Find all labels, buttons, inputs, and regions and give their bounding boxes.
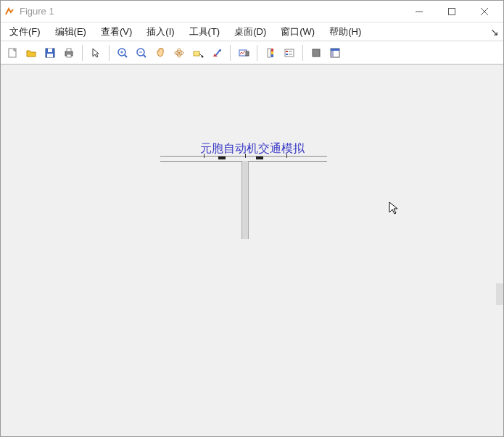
svg-rect-29: [271, 51, 273, 54]
svg-rect-27: [268, 49, 270, 57]
hide-tools-button[interactable]: [307, 44, 325, 62]
svg-rect-6: [48, 49, 52, 52]
window-title: Figure 1: [20, 6, 402, 17]
svg-rect-38: [331, 49, 339, 51]
svg-rect-33: [286, 54, 288, 55]
toolbar: [1, 41, 503, 64]
toolbar-separator: [302, 45, 303, 61]
scrollbar-thumb[interactable]: [496, 283, 503, 305]
vertical-road: [241, 161, 249, 239]
print-button[interactable]: [60, 44, 78, 62]
svg-line-16: [144, 55, 146, 57]
axis-tick: [245, 154, 246, 158]
menu-desktop[interactable]: 桌面(D): [227, 23, 273, 41]
figure-title: 元胞自动机交通模拟: [200, 141, 305, 157]
svg-line-12: [125, 55, 127, 57]
svg-point-20: [178, 51, 181, 54]
zoom-out-button[interactable]: [133, 44, 150, 62]
minimize-button[interactable]: [402, 1, 435, 22]
svg-rect-39: [331, 51, 334, 57]
menu-view[interactable]: 查看(V): [94, 23, 139, 41]
toolbar-separator: [257, 45, 257, 61]
toolbar-separator: [109, 45, 110, 61]
new-file-button[interactable]: [4, 44, 21, 62]
data-cursor-button[interactable]: [189, 44, 207, 62]
menu-window[interactable]: 窗口(W): [273, 23, 322, 41]
menu-file[interactable]: 文件(F): [2, 23, 48, 41]
open-button[interactable]: [22, 44, 40, 62]
axis-tick: [204, 154, 205, 158]
brush-button[interactable]: [208, 44, 226, 62]
toolbar-separator: [82, 45, 83, 61]
titlebar: Figure 1: [1, 1, 503, 22]
svg-rect-36: [313, 49, 320, 57]
menu-tools[interactable]: 工具(T): [182, 23, 228, 41]
mouse-cursor-icon: [389, 201, 400, 218]
svg-rect-31: [285, 49, 294, 57]
save-button[interactable]: [41, 44, 59, 62]
menu-insert[interactable]: 插入(I): [139, 23, 181, 41]
axis-tick: [286, 154, 287, 158]
colorbar-button[interactable]: [262, 44, 279, 62]
matlab-logo-icon: [4, 6, 15, 17]
svg-rect-26: [246, 51, 249, 56]
close-button[interactable]: [468, 1, 500, 22]
svg-rect-1: [448, 8, 455, 14]
pan-button[interactable]: [152, 44, 169, 62]
svg-rect-9: [67, 49, 71, 51]
maximize-button[interactable]: [435, 1, 468, 22]
svg-rect-30: [271, 54, 273, 57]
vehicle-marker: [256, 157, 263, 159]
menu-edit[interactable]: 编辑(E): [48, 23, 94, 41]
menu-help[interactable]: 帮助(H): [322, 23, 368, 41]
toolbar-separator: [230, 45, 231, 61]
svg-point-23: [202, 55, 204, 57]
zoom-in-button[interactable]: [114, 44, 131, 62]
svg-rect-10: [67, 54, 71, 57]
svg-rect-32: [286, 51, 288, 52]
dock-button[interactable]: [326, 44, 344, 62]
svg-line-24: [216, 49, 220, 55]
svg-rect-21: [194, 51, 199, 56]
window-controls: [402, 1, 500, 22]
svg-rect-7: [47, 54, 53, 57]
link-plots-button[interactable]: [235, 44, 252, 62]
toolbar-flyout-icon[interactable]: ↘: [490, 26, 499, 38]
rotate-button[interactable]: [170, 44, 188, 62]
vehicle-marker: [218, 157, 226, 159]
pointer-button[interactable]: [87, 44, 104, 62]
figure-canvas[interactable]: 元胞自动机交通模拟: [1, 66, 503, 436]
svg-rect-28: [271, 49, 273, 51]
legend-button[interactable]: [281, 44, 298, 62]
menubar: 文件(F) 编辑(E) 查看(V) 插入(I) 工具(T) 桌面(D) 窗口(W…: [1, 22, 503, 41]
